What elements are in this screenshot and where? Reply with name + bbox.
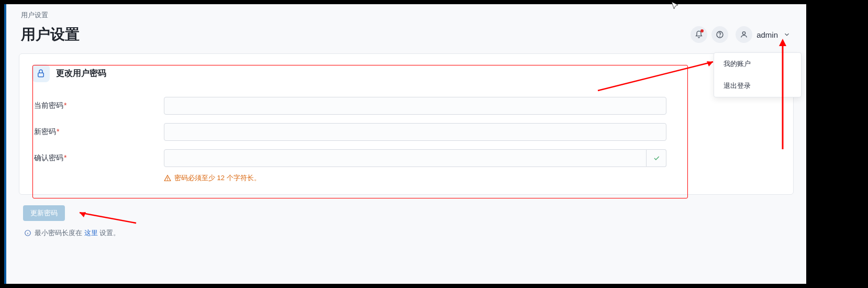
notification-dot-icon [700, 29, 704, 32]
cursor-icon [670, 1, 680, 10]
help-button[interactable] [711, 26, 728, 43]
svg-point-4 [168, 180, 168, 180]
required-mark: * [57, 127, 59, 136]
required-mark: * [64, 153, 66, 162]
hint-prefix: 最小密码长度在 [35, 229, 84, 237]
dropdown-my-account[interactable]: 我的账户 [714, 53, 801, 75]
check-icon [653, 154, 660, 162]
confirm-valid-indicator [647, 149, 666, 167]
user-menu-trigger[interactable]: admin [732, 24, 794, 45]
hint-link[interactable]: 这里 [84, 229, 98, 237]
current-password-input[interactable] [164, 97, 666, 115]
section-title: 更改用户密码 [56, 68, 106, 79]
current-password-row: 当前密码* [32, 97, 781, 115]
user-dropdown: 我的账户 退出登录 [714, 52, 802, 97]
lock-chip [32, 64, 50, 82]
breadcrumb[interactable]: 用户设置 [6, 4, 806, 24]
user-icon [740, 30, 748, 39]
password-length-hint: 最小密码长度在 这里 设置。 [24, 228, 806, 238]
new-password-input[interactable] [164, 123, 666, 141]
header-actions: admin [691, 24, 794, 45]
svg-rect-3 [38, 73, 44, 77]
chevron-down-icon [783, 31, 791, 38]
hint-suffix: 设置。 [98, 229, 120, 237]
info-icon [24, 229, 31, 237]
confirm-password-input[interactable] [164, 149, 647, 167]
required-mark: * [64, 101, 66, 109]
new-password-label: 新密码* [32, 127, 164, 137]
password-warning: 密码必须至少 12 个字符长。 [164, 173, 781, 183]
page-title: 用户设置 [21, 25, 80, 45]
update-password-button[interactable]: 更新密码 [23, 205, 65, 221]
svg-point-2 [742, 32, 745, 35]
section-header: 更改用户密码 [32, 64, 781, 82]
page-header: 用户设置 admin [6, 24, 806, 53]
current-password-label: 当前密码* [32, 101, 164, 110]
user-avatar [736, 26, 752, 43]
username-label: admin [756, 30, 778, 39]
confirm-password-label: 确认密码* [32, 153, 164, 163]
new-password-row: 新密码* [32, 123, 781, 141]
change-password-card: 更改用户密码 当前密码* 新密码* 确认密码 [19, 53, 794, 195]
notifications-button[interactable] [691, 26, 707, 43]
confirm-password-row: 确认密码* [32, 149, 781, 167]
warning-icon [164, 174, 171, 182]
help-icon [716, 30, 724, 39]
svg-point-1 [720, 36, 720, 37]
lock-icon [36, 69, 46, 78]
warning-text: 密码必须至少 12 个字符长。 [174, 173, 261, 183]
dropdown-logout[interactable]: 退出登录 [714, 75, 801, 97]
